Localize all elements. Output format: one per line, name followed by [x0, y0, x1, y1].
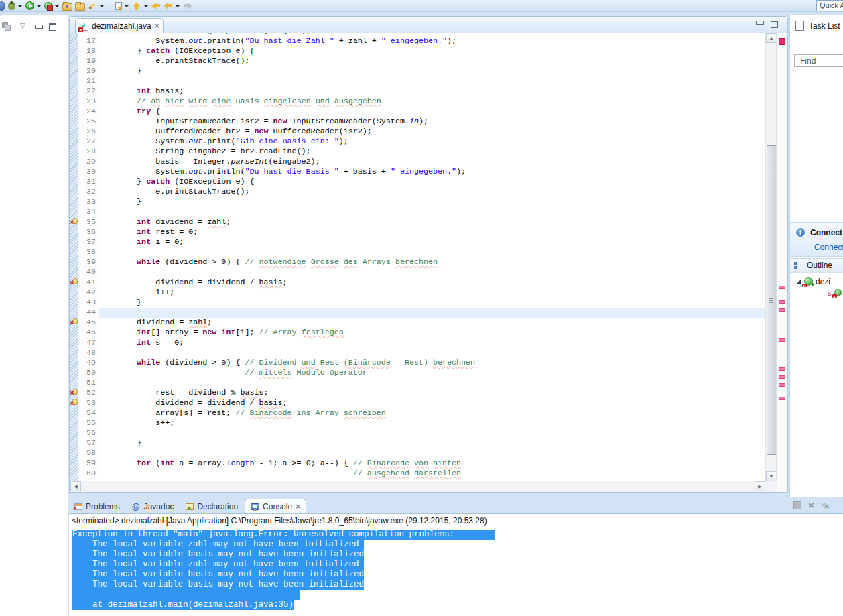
code-text[interactable]: i++; [99, 288, 766, 298]
gutter-cell[interactable] [70, 408, 78, 418]
dropdown-icon[interactable] [55, 1, 60, 11]
maximize-view-button[interactable] [49, 23, 56, 31]
quick-access-input[interactable]: Quick Access [816, 0, 843, 11]
task-list-find-input[interactable] [794, 54, 843, 67]
editor-vertical-scrollbar[interactable]: ▲ ▼ [765, 33, 777, 481]
code-text[interactable]: e.printStackTrace(); [99, 187, 766, 197]
overview-error-mark[interactable] [779, 308, 785, 312]
code-text[interactable]: int basis; [99, 86, 766, 97]
code-line[interactable]: 32 e.printStackTrace(); [70, 187, 766, 197]
line-number[interactable]: 36 [78, 227, 99, 237]
line-number[interactable]: 41 [78, 278, 99, 288]
gutter-cell[interactable] [70, 458, 78, 469]
line-number[interactable]: 30 [78, 167, 99, 177]
overview-error-indicator[interactable] [779, 38, 785, 45]
open-folder-icon[interactable] [62, 3, 72, 11]
code-line[interactable]: 31 } catch (IOException e) { [70, 177, 766, 187]
code-line[interactable]: 49 while (dividend > 0) { // Dividend un… [70, 358, 766, 368]
line-number[interactable]: 54 [78, 408, 99, 418]
outline-item-class[interactable]: dezi [790, 275, 843, 287]
line-number[interactable]: 58 [78, 448, 99, 458]
code-editor[interactable]: 16 zahl = Integer.parseInt(eingabe);17 S… [70, 33, 766, 481]
code-text[interactable]: s++; [99, 418, 766, 428]
code-line[interactable]: 18 } catch (IOException e) { [70, 46, 766, 56]
code-line[interactable]: 46 int[] array = new int[i]; // Array fe… [70, 328, 766, 338]
task-list-header[interactable]: Task List [790, 15, 843, 31]
code-text[interactable] [99, 247, 766, 257]
gutter-cell[interactable] [70, 308, 78, 318]
tree-expander-icon[interactable] [797, 279, 801, 284]
code-text[interactable]: } [99, 298, 766, 308]
overview-error-mark[interactable] [779, 338, 785, 342]
gutter-cell[interactable] [70, 418, 78, 428]
code-text[interactable]: e.printStackTrace(); [99, 56, 766, 66]
vertical-scroll-thumb[interactable] [767, 145, 777, 455]
close-tab-icon[interactable]: × [296, 503, 300, 510]
line-number[interactable]: 44 [78, 308, 99, 318]
code-line[interactable]: 60 // ausgehend darstellen [70, 469, 766, 479]
line-number[interactable]: 23 [78, 97, 99, 107]
scroll-up-button[interactable]: ▲ [766, 33, 777, 43]
gutter-cell[interactable] [70, 157, 78, 167]
code-line[interactable]: 45 dividend = zahl; [70, 318, 766, 328]
code-text[interactable] [99, 308, 766, 318]
line-number[interactable]: 60 [78, 469, 99, 479]
code-text[interactable]: array[s] = rest; // Binärcode ins Array … [99, 408, 766, 418]
gutter-cell[interactable] [70, 137, 78, 147]
console-output[interactable]: Exception in thread "main" java.lang.Err… [69, 528, 843, 610]
gutter-cell[interactable] [70, 227, 78, 237]
line-number[interactable]: 22 [78, 86, 99, 97]
code-line[interactable]: 47 int s = 0; [70, 338, 766, 348]
scroll-right-button[interactable]: ▶ [755, 481, 765, 491]
line-number[interactable]: 50 [78, 368, 99, 378]
code-line[interactable]: 52 rest = dividend % basis; [70, 388, 766, 398]
line-number[interactable]: 42 [78, 288, 99, 298]
gutter-cell[interactable] [70, 177, 78, 187]
code-line[interactable]: 57 } [70, 438, 766, 448]
error-marker-icon[interactable] [70, 217, 78, 227]
code-line[interactable]: 25 InputStreamReader isr2 = new InputStr… [70, 117, 766, 127]
code-line[interactable]: 35 int dividend = zahl; [70, 217, 766, 227]
code-text[interactable]: try { [99, 107, 766, 117]
gutter-cell[interactable] [70, 257, 78, 267]
error-marker-icon[interactable] [70, 398, 78, 408]
open-file-icon[interactable] [75, 3, 85, 11]
code-text[interactable]: System.out.println("Du hast die Zahl " +… [99, 36, 766, 46]
code-line[interactable]: 43 } [70, 298, 766, 308]
overview-error-mark[interactable] [779, 367, 785, 371]
code-text[interactable]: int rest = 0; [99, 227, 766, 237]
console-tab-console[interactable]: Console× [245, 499, 306, 513]
gutter-cell[interactable] [70, 368, 78, 378]
code-text[interactable]: dividend = dividend / basis; [99, 398, 766, 408]
line-number[interactable]: 37 [78, 237, 99, 247]
code-line[interactable]: 29 basis = Integer.parseInt(eingabe2); [70, 157, 766, 167]
editor-horizontal-scrollbar[interactable]: ◀ ▶ [70, 481, 766, 492]
code-line[interactable]: 54 array[s] = rest; // Binärcode ins Arr… [70, 408, 766, 418]
code-line[interactable]: 17 System.out.println("Du hast die Zahl … [70, 36, 766, 46]
gutter-cell[interactable] [70, 97, 78, 107]
line-number[interactable]: 29 [78, 157, 99, 167]
code-text[interactable]: } [99, 197, 766, 207]
last-edit-location-icon[interactable] [132, 1, 141, 11]
gutter-cell[interactable] [70, 107, 78, 117]
gutter-cell[interactable] [70, 197, 78, 207]
gutter-cell[interactable] [70, 127, 78, 137]
gutter-cell[interactable] [70, 438, 78, 448]
connect-link[interactable]: Connect [814, 243, 843, 252]
dropdown-icon[interactable] [37, 1, 42, 11]
remove-launch-icon[interactable]: × [808, 501, 814, 509]
code-text[interactable]: // ausgehend darstellen [99, 469, 766, 479]
gutter-cell[interactable] [70, 46, 78, 56]
gutter-cell[interactable] [70, 328, 78, 338]
gutter-cell[interactable] [70, 338, 78, 348]
error-marker-icon[interactable] [70, 318, 78, 328]
gutter-cell[interactable] [70, 76, 78, 86]
run-icon[interactable] [25, 1, 34, 10]
next-annotation-icon[interactable] [115, 2, 122, 10]
code-line[interactable]: 34 [70, 207, 766, 217]
line-number[interactable]: 47 [78, 338, 99, 348]
line-number[interactable]: 31 [78, 177, 99, 187]
code-line[interactable]: 27 System.out.print("Gib eine Basis ein:… [70, 137, 766, 147]
code-line[interactable]: 26 BufferedReader br2 = new BufferedRead… [70, 127, 766, 137]
line-number[interactable]: 45 [78, 318, 99, 328]
